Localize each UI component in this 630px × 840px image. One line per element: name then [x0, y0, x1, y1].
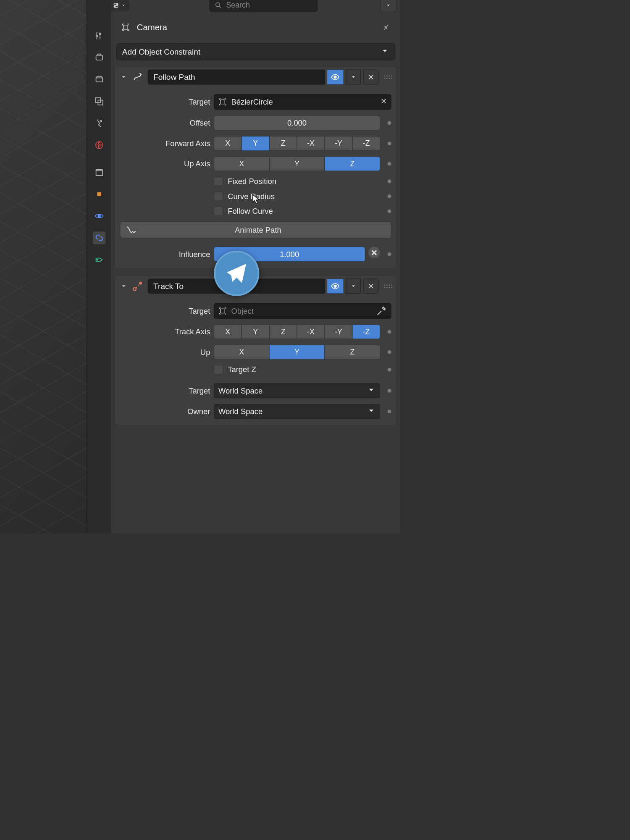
offset-field[interactable]: 0.000	[214, 116, 380, 131]
target-label: Target	[120, 307, 210, 315]
animate-dot[interactable]	[388, 252, 391, 256]
chevron-down-icon	[367, 386, 375, 396]
object-icon	[218, 97, 228, 107]
tab-object-icon[interactable]	[93, 188, 105, 200]
tab-physics-icon[interactable]	[93, 210, 105, 222]
curve-radius-label: Curve Radius	[228, 192, 275, 201]
animate-dot[interactable]	[388, 209, 391, 213]
up-axis-group: XYZ	[214, 345, 380, 359]
axis-button-z[interactable]: Z	[325, 157, 380, 171]
axis-button-x[interactable]: X	[214, 157, 269, 171]
mute-toggle[interactable]	[327, 279, 343, 294]
object-type-icon	[119, 21, 132, 34]
animate-dot[interactable]	[388, 194, 391, 198]
target-field[interactable]: BézierCircle	[214, 94, 391, 110]
delete-constraint-button[interactable]	[364, 279, 379, 294]
animate-path-button[interactable]: Animate Path	[120, 222, 391, 238]
animate-dot[interactable]	[388, 368, 391, 372]
svg-point-9	[98, 215, 100, 217]
animate-dot[interactable]	[388, 350, 391, 354]
owner-space-label: Owner	[120, 407, 210, 416]
tab-scene-icon[interactable]	[93, 117, 105, 129]
target-field[interactable]: Object	[214, 303, 391, 319]
collapse-toggle[interactable]	[118, 72, 129, 82]
tab-tool-icon[interactable]	[93, 29, 105, 42]
disable-influence-button[interactable]	[368, 247, 380, 258]
svg-point-13	[116, 4, 118, 5]
axis-button-negy[interactable]: -Y	[325, 325, 352, 339]
search-input[interactable]: Search	[209, 0, 318, 12]
animate-path-label: Animate Path	[137, 226, 391, 234]
svg-point-15	[114, 6, 116, 7]
axis-button-y[interactable]: Y	[242, 136, 269, 150]
animate-dot[interactable]	[388, 410, 391, 413]
extras-dropdown[interactable]	[346, 70, 361, 85]
curve-radius-checkbox[interactable]	[214, 192, 223, 201]
pin-icon[interactable]	[378, 19, 394, 35]
up-axis-label: Up Axis	[120, 159, 210, 168]
axis-button-z[interactable]: Z	[325, 345, 380, 359]
axis-button-negy[interactable]: -Y	[325, 136, 352, 150]
add-constraint-dropdown[interactable]: Add Object Constraint	[116, 43, 395, 60]
axis-button-negz[interactable]: -Z	[352, 136, 380, 150]
axis-button-y[interactable]: Y	[242, 325, 269, 339]
axis-button-x[interactable]: X	[214, 345, 269, 359]
tab-collection-icon[interactable]	[93, 166, 105, 178]
track-axis-label: Track Axis	[120, 327, 210, 336]
svg-point-22	[334, 285, 336, 287]
options-menu-button[interactable]	[110, 0, 129, 10]
tab-output-icon[interactable]	[93, 73, 105, 86]
telegram-badge-icon	[214, 251, 259, 296]
axis-button-y[interactable]: Y	[269, 157, 325, 171]
axis-button-z[interactable]: Z	[269, 136, 297, 150]
animate-dot[interactable]	[388, 330, 391, 333]
collapse-toggle[interactable]	[118, 281, 129, 291]
axis-button-x[interactable]: X	[214, 136, 242, 150]
animate-dot[interactable]	[388, 179, 391, 183]
drag-handle-icon[interactable]	[383, 72, 393, 82]
eyedropper-icon[interactable]	[375, 305, 387, 317]
constraint-track-to: Track To Target Object	[114, 276, 396, 426]
object-icon	[218, 306, 228, 316]
tab-data-icon[interactable]	[93, 253, 105, 266]
owner-space-select[interactable]: World Space	[214, 404, 380, 419]
constraint-name-field[interactable]: Follow Path	[148, 70, 325, 85]
clear-target-icon[interactable]	[381, 97, 388, 106]
svg-rect-19	[220, 100, 225, 104]
delete-constraint-button[interactable]	[364, 70, 379, 85]
mute-toggle[interactable]	[327, 70, 343, 85]
animate-dot[interactable]	[388, 162, 391, 165]
properties-tabs	[87, 0, 111, 533]
tab-viewlayer-icon[interactable]	[93, 95, 105, 108]
target-space-select[interactable]: World Space	[214, 383, 380, 398]
target-placeholder: Object	[231, 307, 254, 315]
axis-button-negz[interactable]: -Z	[352, 325, 380, 339]
axis-button-y[interactable]: Y	[269, 345, 325, 359]
axis-button-z[interactable]: Z	[269, 325, 297, 339]
target-z-checkbox[interactable]	[214, 365, 223, 374]
viewport-guide-line	[0, 0, 87, 4]
target-z-label: Target Z	[228, 365, 256, 374]
fixed-position-checkbox[interactable]	[214, 177, 223, 186]
axis-button-negx[interactable]: -X	[297, 325, 325, 339]
animate-dot[interactable]	[388, 389, 391, 393]
filter-dropdown[interactable]	[381, 0, 396, 12]
axis-button-x[interactable]: X	[214, 325, 242, 339]
svg-rect-1	[97, 54, 101, 55]
svg-rect-2	[96, 78, 102, 82]
tab-constraints-icon[interactable]	[93, 231, 105, 244]
object-name: Camera	[137, 22, 167, 32]
offset-label: Offset	[120, 118, 210, 127]
tab-world-icon[interactable]	[93, 139, 105, 151]
extras-dropdown[interactable]	[346, 279, 361, 294]
animate-dot[interactable]	[388, 121, 391, 125]
axis-button-negx[interactable]: -X	[297, 136, 325, 150]
tab-render-icon[interactable]	[93, 51, 105, 64]
follow-curve-checkbox[interactable]	[214, 207, 223, 216]
svg-point-5	[100, 121, 102, 122]
chevron-down-icon	[381, 47, 389, 57]
svg-point-18	[334, 76, 336, 78]
animate-dot[interactable]	[388, 142, 391, 145]
svg-point-20	[133, 288, 136, 291]
drag-handle-icon[interactable]	[383, 281, 393, 291]
